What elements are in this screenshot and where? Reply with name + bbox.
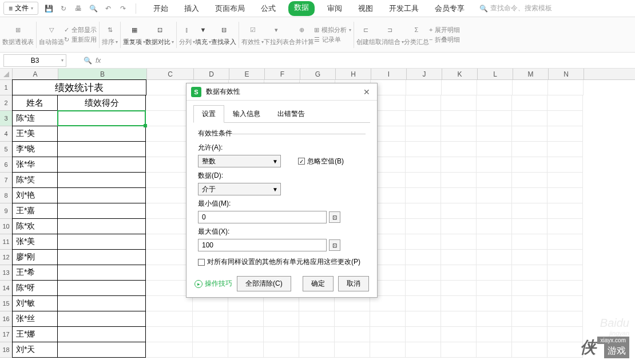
select-all-corner[interactable] — [0, 69, 13, 79]
cell-N11[interactable] — [547, 234, 583, 250]
cell-F15[interactable] — [264, 296, 299, 311]
cell-M14[interactable] — [512, 281, 547, 296]
cell-B8[interactable] — [57, 187, 146, 203]
cell-G15[interactable] — [299, 296, 335, 311]
cell-K3[interactable] — [441, 111, 477, 126]
cell-N10[interactable] — [547, 219, 583, 234]
clear-all-button[interactable]: 全部清除(C) — [237, 276, 291, 291]
consolidate-button[interactable]: ⊕合并计算 — [289, 23, 314, 46]
dialog-titlebar[interactable]: S 数据有效性 ✕ — [186, 83, 377, 101]
cell-K5[interactable] — [441, 142, 477, 157]
cell-N16[interactable] — [547, 311, 583, 327]
row-header-9[interactable]: 9 — [0, 203, 13, 219]
cell-M7[interactable] — [512, 173, 547, 188]
col-header-L[interactable]: L — [478, 69, 513, 79]
cell-J5[interactable] — [406, 142, 441, 157]
cell-L7[interactable] — [477, 173, 512, 188]
cell-B4[interactable] — [57, 126, 146, 142]
cell-M18[interactable] — [512, 342, 547, 358]
cell-E16[interactable] — [228, 311, 264, 327]
cell-B18[interactable] — [57, 342, 146, 358]
cell-reference-box[interactable]: B3 ▾ — [3, 54, 66, 67]
tab-formula[interactable]: 公式 — [257, 1, 279, 16]
col-header-F[interactable]: F — [265, 69, 300, 79]
cell-K4[interactable] — [441, 126, 477, 142]
autofilter-button[interactable]: ▽自动筛选 — [39, 23, 64, 46]
cell-D17[interactable] — [193, 327, 228, 342]
redo-icon[interactable]: ↷ — [118, 4, 128, 13]
cell-L3[interactable] — [477, 111, 512, 126]
row-header-17[interactable]: 17 — [0, 327, 13, 342]
cell-K8[interactable] — [441, 188, 477, 203]
cell-B9[interactable] — [57, 203, 146, 219]
cell-M12[interactable] — [512, 250, 547, 265]
tab-insert[interactable]: 插入 — [181, 1, 203, 16]
col-header-H[interactable]: H — [336, 69, 371, 79]
cell-D16[interactable] — [193, 311, 228, 327]
cell-N4[interactable] — [547, 126, 583, 142]
cell-E15[interactable] — [228, 296, 264, 311]
save-icon[interactable]: 💾 — [44, 4, 53, 13]
file-menu[interactable]: ≡ 文件 ▾ — [3, 2, 38, 15]
expand-button[interactable]: +展开明细 — [429, 26, 460, 34]
row-header-7[interactable]: 7 — [0, 173, 13, 188]
cell-K13[interactable] — [441, 265, 477, 281]
subtotal-button[interactable]: Σ分类汇总 — [404, 23, 429, 46]
cell-L15[interactable] — [477, 296, 512, 311]
cell-M10[interactable] — [512, 219, 547, 234]
cell-K15[interactable] — [441, 296, 477, 311]
cell-N7[interactable] — [547, 173, 583, 188]
cell-K17[interactable] — [441, 327, 477, 342]
cell-M4[interactable] — [512, 126, 547, 142]
cell-N3[interactable] — [547, 111, 583, 126]
cell-B11[interactable] — [57, 234, 146, 250]
row-header-8[interactable]: 8 — [0, 188, 13, 203]
row-header-10[interactable]: 10 — [0, 219, 13, 234]
cell-A3[interactable]: 陈*连 — [12, 110, 58, 126]
cell-A7[interactable]: 陈*笑 — [12, 172, 58, 188]
dialog-tab-input[interactable]: 输入信息 — [224, 105, 269, 123]
col-header-N[interactable]: N — [549, 69, 584, 79]
cell-M17[interactable] — [512, 327, 547, 342]
cell-N2[interactable] — [547, 95, 583, 111]
cell-J3[interactable] — [406, 111, 441, 126]
cell-D18[interactable] — [193, 342, 228, 358]
apply-all-checkbox[interactable]: 对所有同样设置的其他所有单元格应用这些更改(P) — [198, 257, 366, 267]
cell-J10[interactable] — [406, 219, 441, 234]
group-button[interactable]: ⊏创建组 — [356, 23, 375, 46]
sync-icon[interactable]: ↻ — [59, 4, 68, 13]
row-header-2[interactable]: 2 — [0, 95, 13, 111]
cell-J4[interactable] — [406, 126, 441, 142]
cell-L10[interactable] — [477, 219, 512, 234]
cell-B3[interactable] — [57, 110, 146, 126]
cell-M9[interactable] — [512, 203, 547, 219]
row-header-5[interactable]: 5 — [0, 142, 13, 157]
cell-H18[interactable] — [335, 342, 370, 358]
row-header-4[interactable]: 4 — [0, 126, 13, 142]
fx-area[interactable]: 🔍 fx — [84, 57, 101, 65]
cell-K18[interactable] — [441, 342, 477, 358]
cell-N15[interactable] — [547, 296, 583, 311]
cell-A1[interactable]: 绩效统计表 — [12, 79, 146, 95]
cell-K9[interactable] — [441, 203, 477, 219]
row-header-12[interactable]: 12 — [0, 250, 13, 265]
cell-M11[interactable] — [512, 234, 547, 250]
row-header-11[interactable]: 11 — [0, 234, 13, 250]
simulate-button[interactable]: ⊞模拟分析▾ — [314, 26, 351, 34]
row-header-14[interactable]: 14 — [0, 281, 13, 296]
cell-G16[interactable] — [299, 311, 335, 327]
cell-B10[interactable] — [57, 218, 146, 234]
collapse-button[interactable]: −折叠明细 — [429, 35, 460, 44]
cell-M5[interactable] — [512, 142, 547, 157]
cell-B12[interactable] — [57, 249, 146, 265]
cell-N8[interactable] — [547, 188, 583, 203]
cell-J14[interactable] — [406, 281, 441, 296]
cell-H16[interactable] — [335, 311, 370, 327]
cell-L17[interactable] — [477, 327, 512, 342]
cell-I18[interactable] — [370, 342, 406, 358]
cell-N18[interactable] — [547, 342, 583, 358]
pivot-table-button[interactable]: ⊞数据透视表 — [2, 23, 34, 46]
cell-L9[interactable] — [477, 203, 512, 219]
cell-D15[interactable] — [193, 296, 228, 311]
cell-E17[interactable] — [228, 327, 264, 342]
